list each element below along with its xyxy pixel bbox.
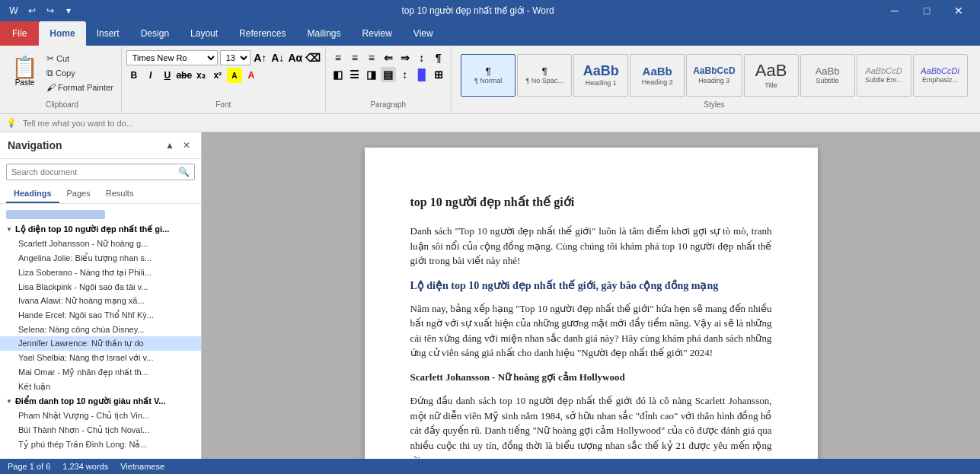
superscript-btn[interactable]: x²	[210, 68, 225, 83]
style-subtitle[interactable]: AaBb Subtitle	[800, 54, 855, 97]
font-name-select[interactable]: Times New Ro	[126, 50, 218, 65]
style-heading2[interactable]: AaBb Heading 2	[630, 54, 685, 97]
nav-item-ivana[interactable]: Ivana Alawi: Nữ hoàng mạng xã...	[0, 294, 201, 308]
justify-btn[interactable]: ▤	[381, 67, 396, 82]
nav-tab-headings[interactable]: Headings	[6, 185, 59, 203]
align-center-btn[interactable]: ☰	[347, 67, 362, 82]
sort-btn[interactable]: ↕	[414, 50, 429, 65]
paste-label: Paste	[15, 78, 35, 87]
change-case-btn[interactable]: Aα	[288, 50, 303, 65]
format-painter-button[interactable]: 🖌 Format Painter	[43, 81, 117, 94]
nav-tab-results[interactable]: Results	[98, 185, 142, 203]
style-subtitle-preview: AaBb	[816, 65, 840, 78]
numbering-btn[interactable]: ≡	[347, 50, 362, 65]
tab-view[interactable]: View	[403, 21, 444, 46]
multilevel-btn[interactable]: ≡	[364, 50, 379, 65]
nav-tab-pages[interactable]: Pages	[59, 185, 98, 203]
nav-item-ket-luan[interactable]: Kết luận	[0, 380, 201, 394]
doc-title: top 10 người đẹp nhất thế giới	[410, 193, 772, 212]
nav-item-mai-omar[interactable]: Mai Omar - Mỹ nhân đẹp nhất th...	[0, 365, 201, 380]
nav-section-lo-dien[interactable]: ▼ Lộ diện top 10 người đẹp nhất thế gi..…	[0, 222, 201, 237]
doc-para3: Đứng đầu danh sách top 10 người đẹp nhất…	[410, 393, 772, 459]
copy-icon: ⧉	[46, 68, 53, 78]
decrease-indent-btn[interactable]: ⇐	[381, 50, 396, 65]
search-icon[interactable]: 🔍	[178, 167, 190, 177]
nav-item-jennifer[interactable]: Jennifer Lawrence: Nữ thần tự do	[0, 336, 201, 351]
lightbulb-icon: 💡	[6, 118, 17, 128]
paste-button[interactable]: 📋 Paste	[8, 50, 42, 93]
borders-btn[interactable]: ⊞	[431, 67, 446, 82]
doc-para2: Năm nay, bảng xếp hạng "Top 10 người đẹp…	[410, 301, 772, 361]
nav-item-angelina[interactable]: Angelina Jolie: Biểu tượng nhan s...	[0, 251, 201, 266]
nav-item-liza[interactable]: Liza Soberano - Nàng thơ tại Phili...	[0, 266, 201, 280]
copy-button[interactable]: ⧉ Copy	[43, 66, 117, 80]
nav-section-diem-danh[interactable]: ▼ Điểm danh top 10 người giàu nhất V...	[0, 394, 201, 409]
style-no-space[interactable]: ¶ ¶ No Spac...	[517, 54, 572, 97]
line-spacing-btn[interactable]: ↕	[397, 67, 413, 82]
show-marks-btn[interactable]: ¶	[431, 50, 446, 65]
tab-layout[interactable]: Layout	[180, 21, 228, 46]
font-row1: Times New Ro 13 A↑ A↓ Aα ⌫	[126, 50, 321, 65]
close-btn[interactable]: ✕	[943, 0, 974, 21]
style-normal[interactable]: ¶ ¶ Normal	[461, 54, 516, 97]
align-right-btn[interactable]: ◨	[364, 67, 379, 82]
style-title[interactable]: AaB Title	[744, 54, 799, 97]
italic-button[interactable]: I	[143, 68, 158, 83]
increase-font-btn[interactable]: A↑	[253, 50, 268, 65]
style-heading3-preview: AaBbCcD	[693, 65, 735, 76]
strikethrough-btn[interactable]: abc	[177, 68, 192, 83]
style-subtle-em[interactable]: AaBbCcD Subtle Em...	[857, 54, 911, 97]
bullets-btn[interactable]: ≡	[330, 50, 346, 65]
tab-home[interactable]: Home	[39, 21, 85, 46]
style-heading2-label: Heading 2	[642, 78, 673, 86]
search-box: 🔍	[6, 164, 195, 180]
tab-references[interactable]: References	[228, 21, 296, 46]
nav-item-lisa[interactable]: Lisa Blackpink - Ngôi sao đa tài v...	[0, 280, 201, 294]
increase-indent-btn[interactable]: ⇒	[397, 50, 413, 65]
font-color-btn[interactable]: A	[244, 68, 259, 83]
ribbon-tabs: File Home Insert Design Layout Reference…	[0, 21, 980, 46]
customize-btn[interactable]: ▾	[61, 3, 76, 18]
nav-item-bui-thanh[interactable]: Bùi Thành Nhơn - Chủ tịch Noval...	[0, 423, 201, 437]
align-left-btn[interactable]: ◧	[330, 67, 346, 82]
style-emphasis[interactable]: AaBbCcDi Emphasiz...	[913, 54, 968, 97]
doc-para1: Danh sách "Top 10 người đẹp nhất thế giớ…	[410, 224, 772, 269]
underline-button[interactable]: U	[160, 68, 175, 83]
bold-button[interactable]: B	[126, 68, 142, 83]
tab-design[interactable]: Design	[130, 21, 180, 46]
shading-btn[interactable]: █	[414, 67, 429, 82]
nav-collapse-btn[interactable]: ▲	[163, 138, 177, 152]
nav-item-hande[interactable]: Hande Ercel: Ngôi sao Thổ Nhĩ Kỳ...	[0, 308, 201, 323]
tab-review[interactable]: Review	[351, 21, 402, 46]
redo-btn[interactable]: ↪	[43, 3, 58, 18]
format-painter-icon: 🖌	[46, 82, 56, 93]
style-heading1[interactable]: AaBb Heading 1	[573, 54, 628, 97]
text-highlight-btn[interactable]: A	[227, 68, 242, 83]
style-heading3[interactable]: AaBbCcD Heading 3	[686, 54, 742, 97]
nav-item-pham-nhat[interactable]: Pham Nhật Vượng - Chủ tịch Vin...	[0, 409, 201, 423]
undo-btn[interactable]: ↩	[24, 3, 40, 18]
tab-insert[interactable]: Insert	[86, 21, 130, 46]
nav-item-selena[interactable]: Selena: Nàng công chúa Disney...	[0, 323, 201, 336]
nav-item-scarlett[interactable]: Scarlett Johansson - Nữ hoàng g...	[0, 237, 201, 251]
tell-me-input[interactable]	[23, 119, 974, 128]
font-row2: B I U abc x₂ x² A A	[126, 68, 321, 83]
nav-controls: ▲ ✕	[163, 138, 193, 152]
decrease-font-btn[interactable]: A↓	[270, 50, 286, 65]
cut-button[interactable]: ✂ Cut	[43, 52, 117, 65]
subscript-btn[interactable]: x₂	[193, 68, 209, 83]
font-controls: Times New Ro 13 A↑ A↓ Aα ⌫ B I U abc x₂ …	[126, 50, 321, 94]
tab-mailings[interactable]: Mailings	[296, 21, 351, 46]
style-normal-label: ¶ Normal	[474, 77, 502, 84]
word-count: 1,234 words	[62, 462, 108, 471]
maximize-btn[interactable]: □	[911, 0, 942, 21]
clear-format-btn[interactable]: ⌫	[305, 50, 321, 65]
search-input[interactable]	[11, 167, 178, 177]
nav-close-btn[interactable]: ✕	[180, 138, 193, 152]
tell-me-bar: 💡	[0, 114, 980, 132]
tab-file[interactable]: File	[0, 21, 39, 46]
nav-item-ty-phu[interactable]: Tỷ phú thép Trần Đình Long: Nả...	[0, 437, 201, 452]
minimize-btn[interactable]: ─	[879, 0, 910, 21]
font-size-select[interactable]: 13	[220, 50, 251, 65]
nav-item-yael[interactable]: Yael Shelbia: Nàng thơ Israel với v...	[0, 351, 201, 365]
